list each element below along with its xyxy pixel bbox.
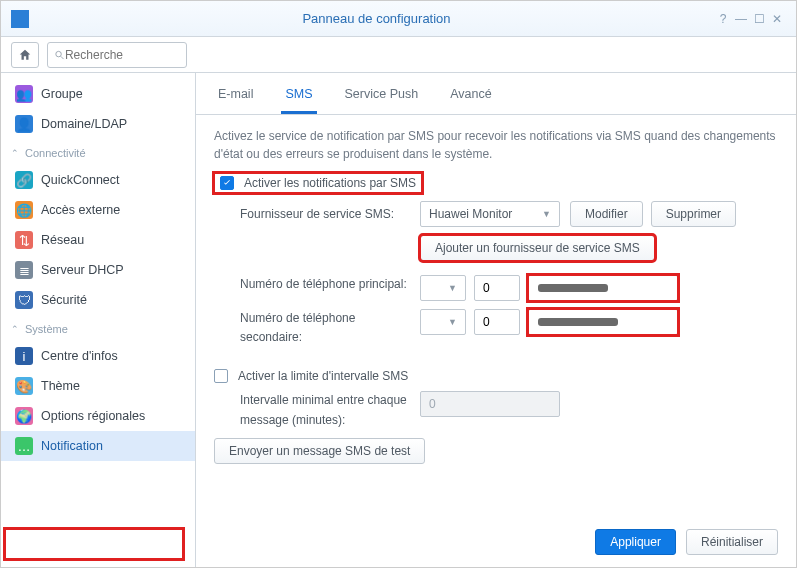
chevron-down-icon: ▼ <box>448 283 457 293</box>
sms-description: Activez le service de notification par S… <box>214 127 778 163</box>
globe-icon: 🌍 <box>15 407 33 425</box>
sidebar-item-theme[interactable]: 🎨Thème <box>1 371 195 401</box>
enable-sms-checkbox[interactable] <box>220 176 234 190</box>
enable-sms-label: Activer les notifications par SMS <box>244 176 416 190</box>
close-icon[interactable]: ✕ <box>768 12 786 26</box>
sidebar-item-label: Serveur DHCP <box>41 263 124 277</box>
home-icon <box>18 48 32 62</box>
external-icon: 🌐 <box>15 201 33 219</box>
chevron-up-icon: ⌃ <box>11 324 19 334</box>
sidebar-item-label: Options régionales <box>41 409 145 423</box>
sidebar-item-label: Sécurité <box>41 293 87 307</box>
delete-button[interactable]: Supprimer <box>651 201 736 227</box>
chevron-up-icon: ⌃ <box>11 148 19 158</box>
primary-country-select[interactable]: ▼ <box>420 275 466 301</box>
interval-input <box>420 391 560 417</box>
provider-label: Fournisseur de service SMS: <box>240 207 420 221</box>
sidebar-item-centre-infos[interactable]: iCentre d'infos <box>1 341 195 371</box>
tab-push[interactable]: Service Push <box>341 83 423 114</box>
svg-point-0 <box>56 51 61 56</box>
sidebar-item-label: Réseau <box>41 233 84 247</box>
chevron-down-icon: ▼ <box>448 317 457 327</box>
sidebar-item-groupe[interactable]: 👥Groupe <box>1 79 195 109</box>
svg-line-1 <box>61 56 64 59</box>
tab-sms[interactable]: SMS <box>281 83 316 114</box>
secondary-phone-label: Numéro de téléphone secondaire: <box>240 309 420 347</box>
interval-enable-label: Activer la limite d'intervalle SMS <box>238 369 408 383</box>
window-title: Panneau de configuration <box>39 11 714 26</box>
primary-prefix-input[interactable] <box>474 275 520 301</box>
sidebar-item-options-regionales[interactable]: 🌍Options régionales <box>1 401 195 431</box>
network-icon: ⇅ <box>15 231 33 249</box>
tab-email[interactable]: E-mail <box>214 83 257 114</box>
add-provider-button[interactable]: Ajouter un fournisseur de service SMS <box>420 235 655 261</box>
sidebar-item-label: Centre d'infos <box>41 349 118 363</box>
secondary-country-select[interactable]: ▼ <box>420 309 466 335</box>
sidebar-item-securite[interactable]: 🛡Sécurité <box>1 285 195 315</box>
apply-button[interactable]: Appliquer <box>595 529 676 555</box>
app-icon <box>11 10 29 28</box>
secondary-prefix-input[interactable] <box>474 309 520 335</box>
sidebar-item-label: Notification <box>41 439 103 453</box>
annotation-highlight <box>3 527 185 561</box>
provider-select[interactable]: Huawei Monitor ▼ <box>420 201 560 227</box>
reset-button[interactable]: Réinitialiser <box>686 529 778 555</box>
sidebar-item-label: Accès externe <box>41 203 120 217</box>
chat-icon: … <box>15 437 33 455</box>
maximize-icon[interactable]: ☐ <box>750 12 768 26</box>
dhcp-icon: ≣ <box>15 261 33 279</box>
sidebar-item-dhcp[interactable]: ≣Serveur DHCP <box>1 255 195 285</box>
sidebar-item-label: Domaine/LDAP <box>41 117 127 131</box>
interval-label: Intervalle minimal entre chaque message … <box>240 391 420 429</box>
search-input[interactable] <box>65 48 180 62</box>
theme-icon: 🎨 <box>15 377 33 395</box>
provider-value: Huawei Monitor <box>429 207 512 221</box>
interval-checkbox[interactable] <box>214 369 228 383</box>
info-icon: i <box>15 347 33 365</box>
group-icon: 👥 <box>15 85 33 103</box>
sidebar-section-connectivite[interactable]: ⌃Connectivité <box>1 139 195 165</box>
sidebar-item-label: Groupe <box>41 87 83 101</box>
sidebar-item-label: QuickConnect <box>41 173 120 187</box>
modify-button[interactable]: Modifier <box>570 201 643 227</box>
quickconnect-icon: 🔗 <box>15 171 33 189</box>
help-icon[interactable]: ? <box>714 12 732 26</box>
search-icon <box>54 49 65 61</box>
sidebar-item-acces-externe[interactable]: 🌐Accès externe <box>1 195 195 225</box>
sidebar-item-label: Thème <box>41 379 80 393</box>
minimize-icon[interactable]: — <box>732 12 750 26</box>
chevron-down-icon: ▼ <box>542 209 551 219</box>
ldap-icon: 👤 <box>15 115 33 133</box>
redacted-text <box>538 318 618 326</box>
sidebar-item-quickconnect[interactable]: 🔗QuickConnect <box>1 165 195 195</box>
sidebar-item-reseau[interactable]: ⇅Réseau <box>1 225 195 255</box>
redacted-text <box>538 284 608 292</box>
sidebar-item-notification[interactable]: …Notification <box>1 431 195 461</box>
send-test-button[interactable]: Envoyer un message SMS de test <box>214 438 425 464</box>
sidebar-item-domaine[interactable]: 👤Domaine/LDAP <box>1 109 195 139</box>
tab-advanced[interactable]: Avancé <box>446 83 495 114</box>
primary-phone-label: Numéro de téléphone principal: <box>240 275 420 294</box>
shield-icon: 🛡 <box>15 291 33 309</box>
search-field[interactable] <box>47 42 187 68</box>
sidebar-section-systeme[interactable]: ⌃Système <box>1 315 195 341</box>
home-button[interactable] <box>11 42 39 68</box>
